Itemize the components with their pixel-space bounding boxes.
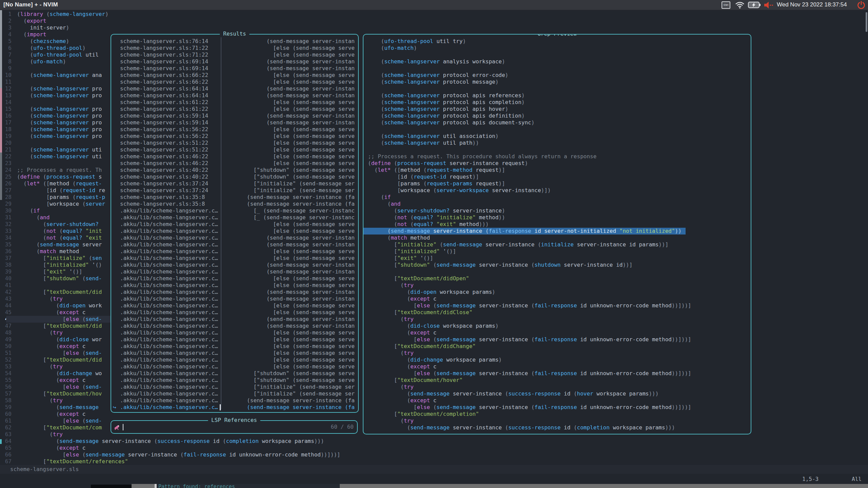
preview-line: (match method (363, 235, 751, 241)
results-row[interactable]: .akku/lib/scheme-langserver.c…[else (sen… (111, 302, 358, 309)
results-row[interactable]: .akku/lib/scheme-langserver.c…[else (sen… (111, 255, 358, 262)
preview-line: [params (request-params request)] (363, 180, 751, 187)
preview-line: [workspace (server-workspace server-inst… (363, 187, 751, 194)
preview-line: (server-shutdown? server-instance) (363, 207, 751, 214)
results-row[interactable]: scheme-langserver.sls:64:14(send-message… (111, 92, 358, 99)
results-row[interactable]: scheme-langserver.sls:71:22[else (send-m… (111, 52, 358, 58)
editor-line[interactable]: 66 [else (send-message server-instance (… (0, 451, 868, 458)
results-row[interactable]: .akku/lib/scheme-langserver.c…(send-mess… (111, 316, 358, 323)
results-row[interactable]: .akku/lib/scheme-langserver.c…(send-mess… (111, 235, 358, 241)
scroll-indicator: All (852, 476, 862, 482)
battery-charging-icon[interactable] (748, 2, 761, 8)
preview-line: (scheme-langserver protocol apis hover) (363, 106, 751, 113)
results-row[interactable]: scheme-langserver.sls:66:22[else (send-m… (111, 79, 358, 85)
results-row[interactable]: .akku/lib/scheme-langserver.c…(send-mess… (111, 262, 358, 268)
pattern-found-text: Pattern found: references (158, 484, 235, 488)
bottom-strip-gray2 (340, 484, 868, 488)
preview-lines: (ufo-thread-pool util try) (ufo-match) (… (363, 38, 751, 431)
results-row[interactable]: .akku/lib/scheme-langserver.c…(send-mess… (111, 323, 358, 329)
preview-line: (if (363, 194, 751, 201)
power-icon[interactable] (857, 1, 865, 9)
editor-line[interactable]: 67 ["textDocument/references" (0, 458, 868, 465)
preview-line: ["textDocument/hover" (363, 377, 751, 384)
results-row[interactable]: scheme-langserver.sls:64:14(send-message… (111, 85, 358, 92)
results-row[interactable]: .akku/lib/scheme-langserver.c…[else (sen… (111, 248, 358, 255)
results-row[interactable]: .akku/lib/scheme-langserver.c…[_ (send-m… (111, 214, 358, 221)
results-row[interactable]: scheme-langserver.sls:66:22[else (send-m… (111, 72, 358, 79)
results-row[interactable]: .akku/lib/scheme-langserver.c…["initiali… (111, 390, 358, 397)
results-row[interactable]: .akku/lib/scheme-langserver.c…[_ (send-m… (111, 207, 358, 214)
preview-line (363, 65, 751, 72)
results-row[interactable]: scheme-langserver.sls:61:22[else (send-m… (111, 106, 358, 113)
volume-muted-icon[interactable] (764, 1, 774, 9)
preview-line: ["initialized" '()] (363, 248, 751, 255)
results-row[interactable]: scheme-langserver.sls:35:8(send-message … (111, 201, 358, 207)
editor-line[interactable]: 3 init-server) (0, 24, 868, 31)
results-row[interactable]: .akku/lib/scheme-langserver.c…[else (sen… (111, 228, 358, 235)
preview-title: Grep Preview (534, 34, 580, 37)
results-row[interactable]: scheme-langserver.sls:61:22[else (send-m… (111, 99, 358, 106)
editor-line[interactable]: 2 (export (0, 18, 868, 24)
results-row[interactable]: .akku/lib/scheme-langserver.c…["shutdown… (111, 377, 358, 384)
results-row[interactable]: .akku/lib/scheme-langserver.c…(send-mess… (111, 241, 358, 248)
preview-line: (except c (363, 329, 751, 336)
results-row[interactable]: .akku/lib/scheme-langserver.c…[else (sen… (111, 336, 358, 343)
preview-line (363, 146, 751, 153)
preview-line: [else (send-message server-instance (fai… (363, 302, 751, 309)
results-row[interactable]: scheme-langserver.sls:40:22["shutdown" (… (111, 174, 358, 180)
background-terminal-peek[interactable]: Pattern found: references (157, 484, 340, 488)
results-row[interactable]: scheme-langserver.sls:37:24["initialize"… (111, 187, 358, 194)
results-row[interactable]: scheme-langserver.sls:35:8(send-message … (111, 194, 358, 201)
results-row[interactable]: .akku/lib/scheme-langserver.c…(send-mess… (111, 397, 358, 404)
results-row[interactable]: .akku/lib/scheme-langserver.c…[else (sen… (111, 221, 358, 228)
preview-line (363, 126, 751, 133)
results-row[interactable]: scheme-langserver.sls:51:22[else (send-m… (111, 140, 358, 146)
preview-line: [else (send-message server-instance (fai… (363, 370, 751, 377)
prompt-cursor (123, 424, 123, 430)
results-row[interactable]: scheme-langserver.sls:76:14(send-message… (111, 38, 358, 45)
results-row[interactable]: .akku/lib/scheme-langserver.c…(send-mess… (111, 268, 358, 275)
results-row[interactable]: scheme-langserver.sls:71:22[else (send-m… (111, 45, 358, 52)
results-row[interactable]: .akku/lib/scheme-langserver.c…[else (sen… (111, 329, 358, 336)
results-row[interactable]: scheme-langserver.sls:69:14(send-message… (111, 58, 358, 65)
keyboard-layout-icon[interactable]: Ctrl (722, 1, 730, 9)
results-row[interactable]: scheme-langserver.sls:46:22[else (send-m… (111, 160, 358, 167)
left-edge-strip (0, 10, 2, 88)
preview-line: (scheme-langserver util path)) (363, 140, 751, 146)
results-list[interactable]: scheme-langserver.sls:76:14(send-message… (111, 38, 358, 411)
results-row[interactable]: scheme-langserver.sls:46:22[else (send-m… (111, 153, 358, 160)
results-row[interactable]: scheme-langserver.sls:59:14(send-message… (111, 113, 358, 119)
preview-line: (scheme-langserver protocol apis referen… (363, 92, 751, 99)
results-row[interactable]: .akku/lib/scheme-langserver.c…[else (sen… (111, 343, 358, 350)
preview-line: (ufo-match) (363, 45, 751, 52)
editor-line[interactable]: 1(library (scheme-langserver) (0, 11, 868, 18)
results-row[interactable]: .akku/lib/scheme-langserver.c…(send-mess… (111, 296, 358, 302)
results-row[interactable]: scheme-langserver.sls:51:22[else (send-m… (111, 146, 358, 153)
results-row[interactable]: scheme-langserver.sls:69:14(send-message… (111, 65, 358, 72)
results-row[interactable]: .akku/lib/scheme-langserver.c…[else (sen… (111, 309, 358, 316)
results-row-selected[interactable]: ↪.akku/lib/scheme-langserver.c…(send-mes… (111, 404, 358, 411)
editor-line[interactable]: 64 (send-message server-instance (succes… (0, 438, 868, 445)
results-row[interactable]: scheme-langserver.sls:59:14(send-message… (111, 119, 358, 126)
preview-line: (try (363, 316, 751, 323)
window-title: [No Name] + - NVIM (3, 1, 58, 8)
statusline-filename: scheme-langserver.sls (10, 466, 79, 473)
results-row[interactable]: .akku/lib/scheme-langserver.c…[else (sen… (111, 357, 358, 363)
results-row[interactable]: scheme-langserver.sls:56:22[else (send-m… (111, 126, 358, 133)
results-row[interactable]: .akku/lib/scheme-langserver.c…[else (sen… (111, 363, 358, 370)
results-row[interactable]: scheme-langserver.sls:37:24["initialize"… (111, 180, 358, 187)
left-edge-strip (0, 88, 2, 152)
results-row[interactable]: .akku/lib/scheme-langserver.c…["initiali… (111, 384, 358, 390)
results-row[interactable]: .akku/lib/scheme-langserver.c…[else (sen… (111, 282, 358, 289)
preview-line: (send-message server-instance (success-r… (363, 424, 751, 431)
results-row[interactable]: scheme-langserver.sls:56:22[else (send-m… (111, 133, 358, 140)
wifi-icon[interactable] (735, 1, 745, 9)
preview-line: (and (363, 201, 751, 207)
scrollbar-thumb[interactable] (866, 12, 867, 32)
results-row[interactable]: .akku/lib/scheme-langserver.c…[else (sen… (111, 275, 358, 282)
results-row[interactable]: scheme-langserver.sls:40:22["shutdown" (… (111, 167, 358, 174)
editor-line[interactable]: 65 (except c (0, 445, 868, 451)
results-row[interactable]: .akku/lib/scheme-langserver.c…(send-mess… (111, 289, 358, 296)
results-row[interactable]: .akku/lib/scheme-langserver.c…["shutdown… (111, 370, 358, 377)
results-row[interactable]: .akku/lib/scheme-langserver.c…[else (sen… (111, 350, 358, 357)
